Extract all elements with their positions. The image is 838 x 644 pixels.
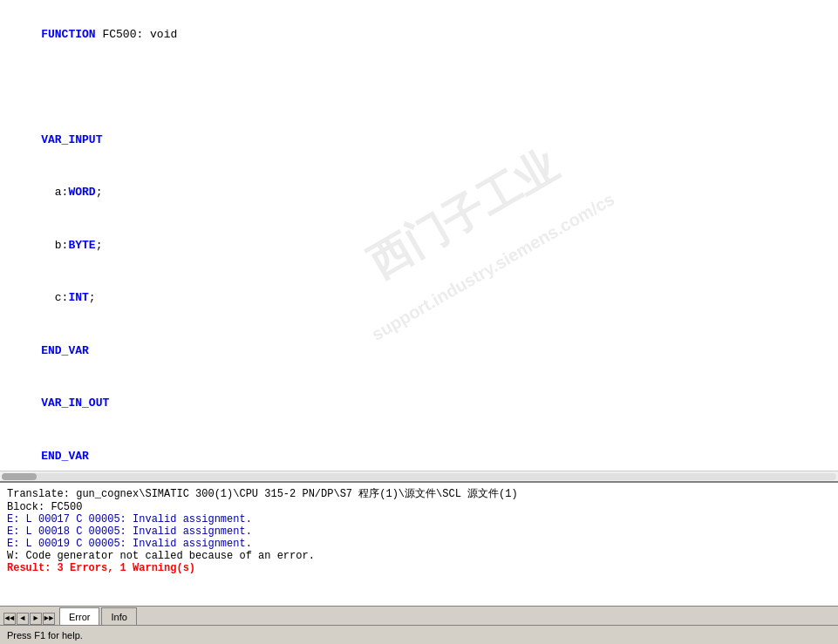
horizontal-scrollbar-area[interactable] bbox=[0, 471, 838, 481]
output-line-2: Block: FC500 bbox=[7, 501, 831, 513]
output-line-3: E: L 00017 C 00005: Invalid assignment. bbox=[7, 513, 831, 525]
code-line-a-word: a:WORD; bbox=[14, 166, 824, 219]
tab-nav-next[interactable]: ► bbox=[30, 613, 42, 625]
tab-error[interactable]: Error bbox=[59, 607, 99, 625]
output-line-6: W: Code generator not called because of … bbox=[7, 550, 831, 562]
code-line-1: FUNCTION FC500: void bbox=[14, 9, 824, 61]
tab-nav-first[interactable]: ◄◄ bbox=[3, 613, 16, 625]
status-bar: Press F1 for help. bbox=[0, 625, 838, 644]
output-line-1: Translate: gun_cognex\SIMATIC 300(1)\CPU… bbox=[7, 486, 831, 501]
code-line-end-var-2: END_VAR bbox=[14, 430, 824, 471]
code-line-empty-2 bbox=[14, 79, 824, 97]
output-line-5: E: L 00019 C 00005: Invalid assignment. bbox=[7, 538, 831, 550]
code-line-var-input: VAR_INPUT bbox=[14, 114, 824, 166]
code-line-c-int: c:INT; bbox=[14, 272, 824, 324]
code-line-end-var-1: END_VAR bbox=[14, 325, 824, 377]
tab-nav-last[interactable]: ►► bbox=[43, 613, 55, 625]
status-text: Press F1 for help. bbox=[7, 630, 83, 641]
horizontal-scrollbar[interactable] bbox=[2, 473, 836, 480]
output-line-4: E: L 00018 C 00005: Invalid assignment. bbox=[7, 525, 831, 538]
code-line-var-in-out: VAR_IN_OUT bbox=[14, 377, 824, 430]
tab-bar: ◄◄ ◄ ► ►► Error Info bbox=[0, 606, 838, 625]
tab-nav-prev[interactable]: ◄ bbox=[17, 613, 29, 625]
code-line-b-byte: b:BYTE; bbox=[14, 220, 824, 272]
output-panel: Translate: gun_cognex\SIMATIC 300(1)\CPU… bbox=[0, 481, 838, 625]
output-result: Result: 3 Errors, 1 Warning(s) bbox=[7, 562, 831, 574]
tab-info[interactable]: Info bbox=[101, 607, 136, 625]
code-editor[interactable]: 西门子工业 support.industry.siemens.com/cs FU… bbox=[0, 0, 838, 471]
code-line-empty-1 bbox=[14, 61, 824, 78]
horizontal-scrollbar-thumb[interactable] bbox=[2, 473, 37, 480]
tab-nav-buttons: ◄◄ ◄ ► ►► bbox=[3, 613, 56, 625]
output-content: Translate: gun_cognex\SIMATIC 300(1)\CPU… bbox=[0, 483, 838, 606]
code-line-empty-3 bbox=[14, 97, 824, 114]
